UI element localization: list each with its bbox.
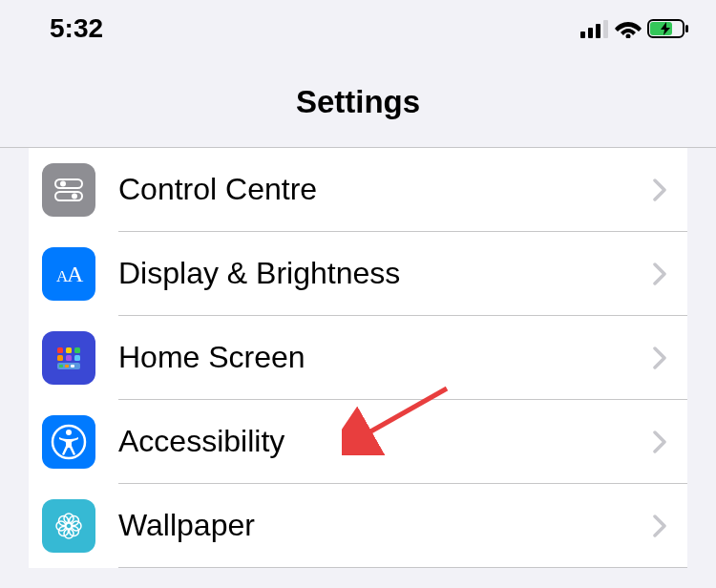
svg-rect-1 [588,28,593,38]
settings-row-control-centre[interactable]: Control Centre [29,148,687,232]
svg-point-11 [72,194,77,200]
chevron-right-icon [653,262,666,285]
control-centre-icon [42,163,95,217]
settings-row-label: Accessibility [118,424,653,459]
cellular-signal-icon [580,19,609,38]
settings-row-label: Display & Brightness [118,256,653,291]
svg-rect-2 [596,24,600,38]
settings-list: Control Centre A A Display & Brightness [29,148,687,568]
svg-rect-17 [57,355,63,361]
svg-rect-7 [685,25,688,32]
svg-rect-15 [66,347,72,353]
status-time: 5:32 [50,13,103,44]
svg-rect-19 [74,355,80,361]
wallpaper-icon [42,499,95,553]
status-icons [580,18,689,39]
svg-text:A: A [67,262,84,286]
settings-row-wallpaper[interactable]: Wallpaper [29,484,687,568]
settings-row-display-brightness[interactable]: A A Display & Brightness [29,232,687,316]
svg-rect-16 [74,347,80,353]
svg-rect-18 [66,355,72,361]
settings-row-accessibility[interactable]: Accessibility [29,400,687,484]
home-screen-icon [42,331,95,385]
settings-row-label: Wallpaper [118,508,653,543]
svg-point-25 [66,430,72,435]
chevron-right-icon [653,514,666,537]
text-size-icon: A A [42,247,95,301]
settings-row-label: Control Centre [118,172,653,207]
battery-charging-icon [647,18,689,39]
wifi-icon [615,19,642,38]
svg-rect-8 [55,179,82,188]
settings-row-home-screen[interactable]: Home Screen [29,316,687,400]
chevron-right-icon [653,346,666,369]
svg-rect-22 [65,365,69,368]
page-title: Settings [0,84,716,120]
page-header: Settings [0,50,716,148]
svg-rect-14 [57,347,63,353]
status-bar: 5:32 [0,0,716,50]
svg-rect-21 [59,365,63,368]
accessibility-icon [42,415,95,469]
svg-point-4 [626,34,631,39]
settings-row-label: Home Screen [118,340,653,375]
chevron-right-icon [653,178,666,201]
svg-rect-3 [603,20,608,38]
svg-rect-0 [580,32,585,38]
svg-rect-10 [55,192,82,200]
svg-point-9 [60,181,66,187]
chevron-right-icon [653,430,666,453]
svg-rect-23 [71,365,74,368]
